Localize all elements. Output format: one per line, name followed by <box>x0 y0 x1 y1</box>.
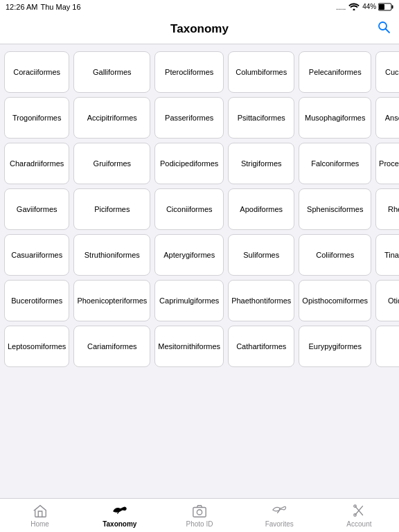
taxonomy-grid-item[interactable]: Rheiformes <box>375 188 399 230</box>
taxonomy-grid-item[interactable]: Falconiformes <box>299 143 371 184</box>
nav-bar: Taxonomy <box>0 14 399 44</box>
taxonomy-grid-item[interactable]: Leptosomiformes <box>4 326 69 367</box>
taxonomy-grid-item <box>375 326 399 367</box>
tab-taxonomy[interactable]: Taxonomy <box>80 499 159 532</box>
taxonomy-grid-item[interactable]: Pelecaniformes <box>299 51 371 93</box>
taxonomy-grid-item[interactable]: Suliformes <box>228 234 294 276</box>
svg-line-4 <box>386 29 390 33</box>
taxonomy-grid-item[interactable]: Otidiformes <box>375 280 399 321</box>
camera-icon <box>192 504 207 519</box>
taxonomy-grid-item[interactable]: Casuariiformes <box>4 234 69 276</box>
wifi-icon <box>348 2 360 12</box>
taxonomy-grid-item[interactable]: Cuculiformes <box>375 51 399 93</box>
taxonomy-grid-item[interactable]: Phoenicopteriformes <box>73 280 150 321</box>
taxonomy-grid-item[interactable]: Trogoniformes <box>4 97 69 139</box>
taxonomy-grid-item[interactable]: Bucerotiformes <box>4 280 69 321</box>
taxonomy-grid-item[interactable]: Sphenisciformes <box>299 188 371 230</box>
status-time: 12:26 AM <box>6 3 37 11</box>
page-title: Taxonomy <box>170 22 229 36</box>
taxonomy-grid-item[interactable]: Phaethontiformes <box>228 280 294 321</box>
taxonomy-grid-item[interactable]: Podicipediformes <box>154 143 224 184</box>
tab-account[interactable]: Account <box>319 499 399 532</box>
taxonomy-grid-item[interactable]: Struthioniformes <box>73 234 150 276</box>
tab-favorites[interactable]: Favorites <box>240 499 319 532</box>
status-time-date: 12:26 AM Thu May 16 <box>6 3 81 11</box>
home-icon <box>33 504 48 519</box>
taxonomy-grid-item[interactable]: Galliformes <box>73 51 150 93</box>
status-indicators: ..... 44% <box>336 2 393 12</box>
battery-indicator: 44% <box>362 3 393 11</box>
favorites-icon <box>272 504 287 519</box>
tab-bar: Home Taxonomy Photo ID Favorites <box>0 498 399 532</box>
svg-rect-5 <box>193 507 206 517</box>
taxonomy-icon <box>112 504 127 519</box>
taxonomy-grid-item[interactable]: Tinamiformes <box>375 234 399 276</box>
taxonomy-grid-item[interactable]: Gaviiformes <box>4 188 69 230</box>
search-button[interactable] <box>377 20 391 37</box>
taxonomy-grid-item[interactable]: Coraciiformes <box>4 51 69 93</box>
taxonomy-grid-item[interactable]: Caprimulgiformes <box>154 280 224 321</box>
svg-rect-2 <box>379 4 384 10</box>
taxonomy-grid-item[interactable]: Gruiformes <box>73 143 150 184</box>
taxonomy-grid-item[interactable]: Passeriformes <box>154 97 224 139</box>
taxonomy-grid-item[interactable]: Mesitornithiformes <box>154 326 224 367</box>
svg-rect-1 <box>392 6 393 9</box>
account-icon <box>351 504 366 519</box>
taxonomy-grid-item[interactable]: Apterygiformes <box>154 234 224 276</box>
taxonomy-grid-item[interactable]: Anseriformes <box>375 97 399 139</box>
taxonomy-grid-item[interactable]: Cariamiformes <box>73 326 150 367</box>
taxonomy-grid-item[interactable]: Piciformes <box>73 188 150 230</box>
taxonomy-grid-container: CoraciiformesGalliformesPterocliformesCo… <box>0 44 399 498</box>
svg-point-6 <box>197 509 202 514</box>
taxonomy-grid-item[interactable]: Musophagiformes <box>299 97 371 139</box>
taxonomy-grid-item[interactable]: Coliiformes <box>299 234 371 276</box>
taxonomy-grid-item[interactable]: Pterocliformes <box>154 51 224 93</box>
tab-account-label: Account <box>346 520 371 528</box>
taxonomy-grid-item[interactable]: Psittaciformes <box>228 97 294 139</box>
taxonomy-grid-item[interactable]: Strigiformes <box>228 143 294 184</box>
tab-taxonomy-label: Taxonomy <box>103 520 136 528</box>
taxonomy-grid-item[interactable]: Columbiformes <box>228 51 294 93</box>
tab-photo-id-label: Photo ID <box>186 520 213 528</box>
taxonomy-grid-item[interactable]: Procellariiformes <box>375 143 399 184</box>
tab-favorites-label: Favorites <box>265 520 294 528</box>
taxonomy-grid-item[interactable]: Eurypygiformes <box>299 326 371 367</box>
taxonomy-grid-item[interactable]: Ciconiiformes <box>154 188 224 230</box>
taxonomy-grid-item[interactable]: Apodiformes <box>228 188 294 230</box>
signal-icon: ..... <box>336 3 346 11</box>
status-date: Thu May 16 <box>40 3 80 11</box>
taxonomy-grid-item[interactable]: Accipitriformes <box>73 97 150 139</box>
taxonomy-grid-item[interactable]: Charadriiformes <box>4 143 69 184</box>
tab-photo-id[interactable]: Photo ID <box>159 499 239 532</box>
taxonomy-grid-item[interactable]: Cathartiformes <box>228 326 294 367</box>
status-bar: 12:26 AM Thu May 16 ..... 44% <box>0 0 399 14</box>
tab-home[interactable]: Home <box>0 499 80 532</box>
taxonomy-grid: CoraciiformesGalliformesPterocliformesCo… <box>4 51 395 367</box>
taxonomy-grid-item[interactable]: Opisthocomiformes <box>299 280 371 321</box>
tab-home-label: Home <box>30 520 49 528</box>
